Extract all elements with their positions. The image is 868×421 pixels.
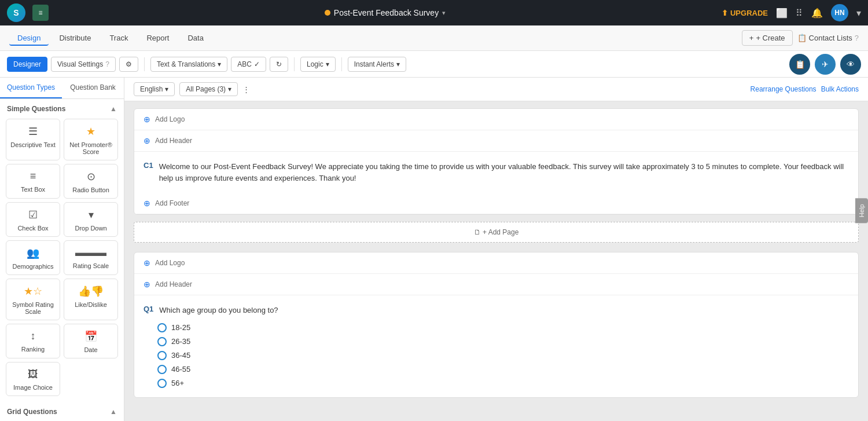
add-page-bar[interactable]: 🗋 + Add Page xyxy=(134,222,859,243)
survey-cards: ⊕ Add Logo ⊕ Add Header C1 Welcome to ou… xyxy=(124,101,868,405)
radio-circle-56plus[interactable] xyxy=(157,379,167,388)
qtype-radio-button[interactable]: ⊙ Radio Button xyxy=(64,164,118,199)
card2-add-header-label[interactable]: Add Header xyxy=(155,280,192,288)
question-text-q1: Which age group do you belong to? xyxy=(159,305,278,316)
qtype-like-dislike[interactable]: 👍👎 Like/Dislike xyxy=(64,279,118,320)
designer-label: Designer xyxy=(13,60,41,68)
qtype-drop-down[interactable]: ▾ Drop Down xyxy=(64,202,118,237)
send-icon: ✈ xyxy=(822,60,829,69)
radio-options-q1: 18-25 26-35 36-45 46-55 xyxy=(157,323,849,388)
designer-button[interactable]: Designer xyxy=(7,57,47,72)
avatar-dropdown-icon[interactable]: ▾ xyxy=(856,8,861,19)
visual-settings-button[interactable]: Visual Settings ? xyxy=(51,57,116,72)
text-translations-button[interactable]: Text & Translations ▾ xyxy=(150,57,227,72)
add-footer-label[interactable]: Add Footer xyxy=(155,199,189,207)
pages-dropdown-icon: ▾ xyxy=(228,85,231,93)
qtype-image-choice-label: Image Choice xyxy=(13,384,53,391)
logic-button[interactable]: Logic ▾ xyxy=(300,57,336,72)
check-box-icon: ☑ xyxy=(28,208,38,221)
tab-question-types[interactable]: Question Types xyxy=(0,78,62,98)
card2-add-header-row: ⊕ Add Header xyxy=(134,274,858,295)
left-panel: Question Types Question Bank Simple Ques… xyxy=(0,78,124,421)
nav-tab-design[interactable]: Design xyxy=(9,30,49,46)
nps-icon: ★ xyxy=(86,125,95,138)
qtype-drop-down-label: Drop Down xyxy=(75,225,106,232)
image-choice-icon: 🖼 xyxy=(28,368,38,380)
qtype-demographics[interactable]: 👥 Demographics xyxy=(6,240,60,275)
pages-label: All Pages (3) xyxy=(186,85,226,93)
contact-lists-button[interactable]: 📋 Contact Lists ? xyxy=(797,34,859,42)
qtype-date-label: Date xyxy=(84,346,97,353)
gear-button[interactable]: ⚙ xyxy=(119,57,138,72)
date-icon: 📅 xyxy=(84,330,97,343)
upgrade-button[interactable]: ⬆ UPGRADE xyxy=(722,9,768,17)
send-button[interactable]: ✈ xyxy=(815,54,836,75)
grid-collapse-icon[interactable]: ▲ xyxy=(110,408,117,416)
grid-icon[interactable]: ⠿ xyxy=(796,8,803,19)
instant-alerts-button[interactable]: Instant Alerts ▾ xyxy=(348,57,406,72)
qtype-nps[interactable]: ★ Net Promoter® Score xyxy=(64,119,118,160)
radio-circle-4655[interactable] xyxy=(157,365,167,374)
rearrange-button[interactable]: Rearrange Questions xyxy=(751,85,816,93)
radio-circle-1825[interactable] xyxy=(157,323,167,332)
qtype-ranking[interactable]: ↕ Ranking xyxy=(6,324,60,358)
preview-button[interactable]: 👁 xyxy=(840,54,861,75)
visual-settings-label: Visual Settings xyxy=(57,60,103,68)
abc-button[interactable]: ABC ✓ xyxy=(231,57,266,72)
refresh-icon: ↻ xyxy=(276,60,282,68)
abc-check-icon: ✓ xyxy=(254,60,260,68)
collapse-icon[interactable]: ▲ xyxy=(110,105,117,113)
pages-more-icon[interactable]: ⋮ xyxy=(242,85,250,94)
toolbar-separator-3 xyxy=(341,57,342,71)
qtype-date[interactable]: 📅 Date xyxy=(64,324,118,358)
app-icon[interactable]: ≡ xyxy=(32,5,49,21)
main-layout: Question Types Question Bank Simple Ques… xyxy=(0,78,868,421)
nav-tab-data[interactable]: Data xyxy=(179,30,211,46)
qtype-image-choice[interactable]: 🖼 Image Choice xyxy=(6,362,60,396)
card2-add-logo-label[interactable]: Add Logo xyxy=(155,259,185,267)
qtype-check-box[interactable]: ☑ Check Box xyxy=(6,202,60,237)
upgrade-icon: ⬆ xyxy=(722,9,728,17)
create-button[interactable]: + + Create xyxy=(742,30,793,46)
bell-icon[interactable]: 🔔 xyxy=(811,8,823,19)
text-box-icon: ≡ xyxy=(30,170,36,182)
gear-icon: ⚙ xyxy=(126,60,132,68)
add-header-icon: ⊕ xyxy=(144,136,150,145)
radio-circle-2635[interactable] xyxy=(157,337,167,346)
qtype-descriptive-text[interactable]: ☰ Descriptive Text xyxy=(6,119,60,160)
second-nav: Design Distribute Track Report Data + + … xyxy=(0,25,868,51)
bulk-actions-button[interactable]: Bulk Actions xyxy=(821,85,859,93)
qtype-text-box[interactable]: ≡ Text Box xyxy=(6,164,60,199)
refresh-button[interactable]: ↻ xyxy=(270,57,288,72)
card-add-footer-row: ⊕ Add Footer xyxy=(134,193,858,214)
nav-tab-track[interactable]: Track xyxy=(101,30,136,46)
pages-button[interactable]: All Pages (3) ▾ xyxy=(179,82,238,96)
tab-question-bank[interactable]: Question Bank xyxy=(62,78,124,98)
add-header-label[interactable]: Add Header xyxy=(155,137,192,145)
toolbar-separator-1 xyxy=(144,57,145,71)
qtype-like-dislike-label: Like/Dislike xyxy=(75,301,107,308)
language-button[interactable]: English ▾ xyxy=(134,82,175,96)
like-dislike-icon: 👍👎 xyxy=(78,285,104,298)
radio-label-4655: 46-55 xyxy=(171,365,190,374)
help-tab[interactable]: Help xyxy=(855,198,868,223)
survey-card-q1: ⊕ Add Logo ⊕ Add Header Q1 Which age gro… xyxy=(134,252,859,398)
survey-card-cover: ⊕ Add Logo ⊕ Add Header C1 Welcome to ou… xyxy=(134,108,859,215)
survey-status-dot xyxy=(325,10,330,16)
qtype-text-box-label: Text Box xyxy=(21,186,45,193)
add-logo-label[interactable]: Add Logo xyxy=(155,115,185,123)
contact-lists-label: Contact Lists xyxy=(809,34,852,42)
qtype-rating-scale-label: Rating Scale xyxy=(73,262,109,269)
user-avatar[interactable]: HN xyxy=(831,4,848,21)
preview-icon[interactable]: ⬜ xyxy=(776,8,788,19)
second-nav-right: + + Create 📋 Contact Lists ? xyxy=(742,30,859,46)
nav-tab-distribute[interactable]: Distribute xyxy=(51,30,99,46)
radio-circle-3645[interactable] xyxy=(157,351,167,360)
add-page-label: + Add Page xyxy=(483,228,518,236)
qtype-symbol-rating[interactable]: ★☆ Symbol Rating Scale xyxy=(6,279,60,320)
clipboard-button[interactable]: 📋 xyxy=(789,54,810,75)
radio-option-2635: 26-35 xyxy=(157,337,849,346)
survey-dropdown-icon[interactable]: ▾ xyxy=(442,9,446,17)
qtype-rating-scale[interactable]: ▬▬▬ Rating Scale xyxy=(64,240,118,275)
nav-tab-report[interactable]: Report xyxy=(138,30,177,46)
